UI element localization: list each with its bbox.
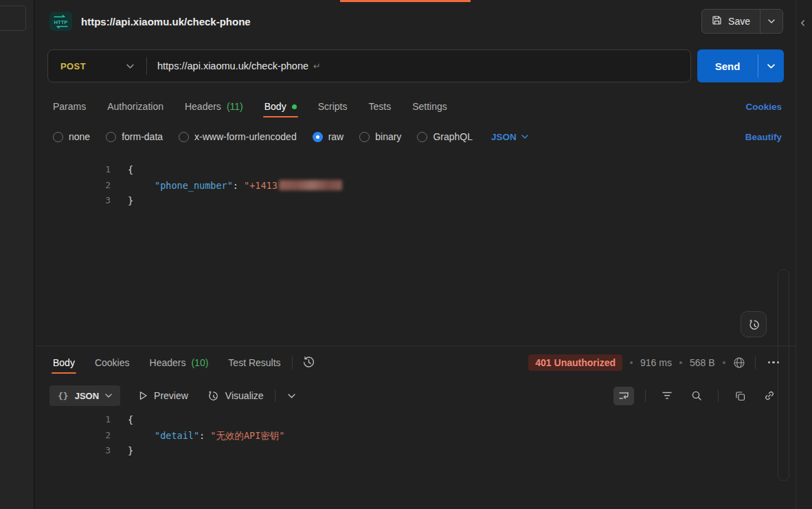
more-views-button[interactable]	[288, 394, 295, 398]
response-format-label: JSON	[75, 391, 99, 401]
tab-label: Tests	[368, 101, 391, 112]
visualize-button[interactable]: Visualize	[207, 389, 264, 402]
tab-body[interactable]: Body	[264, 101, 297, 112]
divider	[718, 389, 719, 402]
radio-circle-selected	[313, 132, 323, 142]
status-badge[interactable]: 401 Unauthorized	[528, 354, 622, 371]
line-number: 2	[35, 178, 111, 194]
radio-none[interactable]: none	[53, 131, 90, 142]
response-tab-body[interactable]: Body	[53, 357, 75, 368]
chevron-down-icon	[288, 394, 295, 398]
radio-circle	[106, 132, 116, 142]
tab-label: Test Results	[228, 357, 280, 368]
play-preview-icon	[139, 391, 148, 400]
tab-params[interactable]: Params	[53, 101, 86, 112]
radio-label: GraphQL	[433, 131, 473, 142]
code-token: }	[128, 195, 133, 206]
code-token: :	[233, 180, 244, 191]
url-value: https://api.xiaomu.uk/check-phone	[157, 60, 308, 71]
wrap-lines-button[interactable]	[613, 387, 634, 405]
network-info-button[interactable]	[733, 357, 745, 369]
response-meta: 401 Unauthorized 916 ms 568 B	[528, 354, 782, 371]
tab-tests[interactable]: Tests	[368, 101, 391, 112]
link-button[interactable]	[759, 387, 780, 405]
tab-label: Body	[264, 101, 286, 112]
preview-button[interactable]: Preview	[139, 390, 188, 401]
filter-icon	[662, 392, 673, 400]
response-header: Body Cookies Headers(10) Test Results 40…	[35, 346, 796, 378]
radio-binary[interactable]: binary	[359, 131, 401, 142]
code-line: 3 }	[35, 193, 796, 209]
filter-button[interactable]	[657, 387, 677, 405]
response-body-editor[interactable]: 1 { 2 "detail": "无效的API密钥" 3 }	[35, 412, 796, 509]
response-tabs: Body Cookies Headers(10) Test Results	[53, 357, 281, 368]
copy-icon	[735, 391, 745, 401]
tab-label: Headers	[185, 101, 221, 112]
json-value: "无效的API密钥"	[210, 430, 284, 441]
tab-settings[interactable]: Settings	[412, 101, 447, 112]
url-input[interactable]: https://api.xiaomu.uk/check-phone↵	[147, 60, 321, 71]
send-button[interactable]: Send	[697, 49, 758, 82]
postbot-ai-button[interactable]	[741, 311, 767, 337]
response-history-button[interactable]	[302, 356, 315, 369]
divider	[755, 357, 756, 369]
chevron-down-icon	[105, 394, 112, 398]
chevron-down-icon	[768, 19, 775, 23]
tab-authorization[interactable]: Authorization	[107, 101, 163, 112]
chevron-down-icon	[126, 64, 134, 69]
divider	[292, 357, 293, 369]
divider	[645, 389, 646, 402]
response-tab-cookies[interactable]: Cookies	[95, 357, 130, 368]
globe-icon	[733, 357, 745, 369]
sparkle-visualize-icon	[207, 389, 219, 402]
radio-circle	[417, 132, 427, 142]
raw-format-dropdown[interactable]: JSON	[491, 132, 528, 142]
search-button[interactable]	[686, 387, 707, 405]
beautify-link[interactable]: Beautify	[745, 132, 782, 142]
method-selector[interactable]: POST	[48, 61, 146, 71]
body-type-options: none form-data x-www-form-urlencoded raw…	[53, 128, 782, 146]
tab-label: Settings	[412, 101, 447, 112]
response-size[interactable]: 568 B	[690, 357, 715, 368]
collapse-panel-icon[interactable]	[800, 16, 806, 29]
radio-raw[interactable]: raw	[313, 131, 344, 142]
response-time[interactable]: 916 ms	[640, 357, 672, 368]
response-tab-test-results[interactable]: Test Results	[228, 357, 280, 368]
dot-separator	[630, 361, 633, 364]
code-token: :	[199, 430, 210, 441]
save-button-group: Save	[701, 9, 783, 34]
send-options-button[interactable]	[758, 49, 784, 82]
request-body-editor[interactable]: 1 { 2 "phone_number": "+1413 3 }	[35, 162, 796, 346]
sidebar-collapsed-item[interactable]	[0, 5, 26, 31]
radio-graphql[interactable]: GraphQL	[417, 131, 473, 142]
save-options-button[interactable]	[760, 10, 782, 33]
code-line: 2 "detail": "无效的API密钥"	[35, 428, 796, 444]
radio-circle	[179, 132, 189, 142]
more-options-icon[interactable]	[765, 361, 782, 364]
method-label: POST	[60, 61, 86, 71]
line-number: 3	[35, 443, 111, 459]
save-icon	[712, 15, 722, 27]
save-button[interactable]: Save	[702, 10, 760, 33]
copy-button[interactable]	[730, 387, 750, 405]
response-format-dropdown[interactable]: {} JSON	[49, 385, 120, 406]
tab-label: Headers	[150, 357, 186, 368]
body-modified-dot	[292, 104, 297, 109]
tab-scripts[interactable]: Scripts	[318, 101, 348, 112]
code-line: 1 {	[35, 412, 796, 428]
response-tab-headers[interactable]: Headers(10)	[150, 357, 209, 368]
code-token: }	[128, 445, 133, 456]
tab-label: Cookies	[95, 357, 130, 368]
sparkle-bot-icon	[747, 318, 760, 331]
radio-form-data[interactable]: form-data	[106, 131, 163, 142]
right-sidebar-rail	[796, 0, 812, 509]
tab-label: Authorization	[107, 101, 163, 112]
api-client-window: HTTP https://api.xiaomu.uk/check-phone S…	[0, 0, 812, 509]
radio-x-www-form-urlencoded[interactable]: x-www-form-urlencoded	[179, 131, 297, 142]
radio-label: x-www-form-urlencoded	[194, 131, 297, 142]
cookies-link[interactable]: Cookies	[745, 102, 782, 112]
code-line: 3 }	[35, 443, 796, 459]
tab-headers[interactable]: Headers(11)	[185, 101, 243, 112]
history-clock-icon	[302, 356, 315, 369]
request-header-bar: HTTP https://api.xiaomu.uk/check-phone S…	[35, 0, 796, 43]
